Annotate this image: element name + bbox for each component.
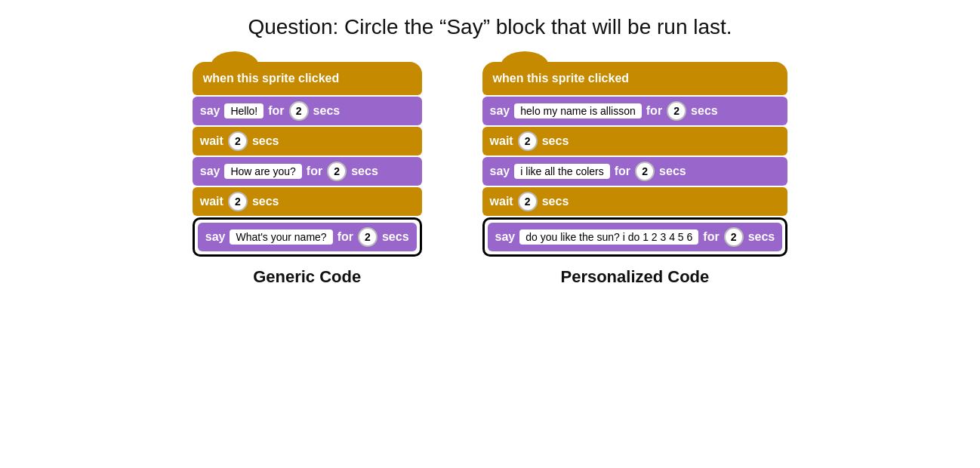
- personalized-stack: when this sprite clicked say helo my nam…: [482, 62, 788, 257]
- generic-say-3: say What's your name? for 2 secs: [198, 223, 417, 251]
- personalized-hat-block: when this sprite clicked: [482, 62, 788, 95]
- generic-wait-2: wait 2 secs: [193, 187, 422, 216]
- personalized-say-3-circled: say do you like the sun? i do 1 2 3 4 5 …: [482, 217, 788, 257]
- personalized-say-1: say helo my name is allisson for 2 secs: [482, 97, 788, 125]
- generic-wait-1: wait 2 secs: [193, 127, 422, 155]
- generic-say-1: say Hello! for 2 secs: [193, 97, 422, 125]
- generic-hat-label: when this sprite clicked: [203, 72, 340, 85]
- personalized-hat-label: when this sprite clicked: [493, 72, 630, 85]
- generic-say-3-circled: say What's your name? for 2 secs: [193, 217, 422, 257]
- generic-stack: when this sprite clicked say Hello! for …: [193, 62, 422, 257]
- personalized-say-3: say do you like the sun? i do 1 2 3 4 5 …: [488, 223, 783, 251]
- generic-label: Generic Code: [193, 267, 422, 287]
- personalized-code-column: when this sprite clicked say helo my nam…: [482, 62, 788, 287]
- personalized-label: Personalized Code: [482, 267, 788, 287]
- personalized-say-2: say i like all the colers for 2 secs: [482, 157, 788, 186]
- page-title: Question: Circle the “Say” block that wi…: [248, 15, 732, 39]
- personalized-wait-2: wait 2 secs: [482, 187, 788, 216]
- generic-code-column: when this sprite clicked say Hello! for …: [193, 62, 422, 287]
- generic-say-2: say How are you? for 2 secs: [193, 157, 422, 186]
- personalized-wait-1: wait 2 secs: [482, 127, 788, 155]
- generic-hat-block: when this sprite clicked: [193, 62, 422, 95]
